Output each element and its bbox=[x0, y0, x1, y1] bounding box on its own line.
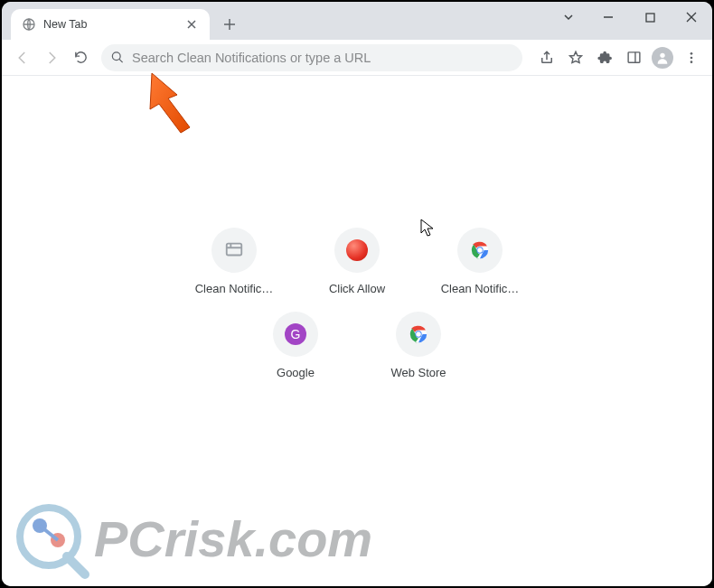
svg-rect-1 bbox=[646, 14, 654, 22]
svg-rect-3 bbox=[628, 52, 640, 62]
globe-icon bbox=[22, 17, 36, 32]
svg-point-6 bbox=[691, 56, 693, 59]
side-panel-button[interactable] bbox=[620, 44, 647, 71]
svg-point-16 bbox=[33, 518, 47, 533]
search-icon bbox=[110, 51, 125, 64]
chevron-down-icon bbox=[563, 12, 574, 23]
shortcut-icon bbox=[334, 228, 380, 273]
maximize-icon bbox=[645, 13, 655, 23]
red-dot-icon bbox=[346, 239, 368, 261]
window-minimize-button[interactable] bbox=[587, 4, 629, 31]
shortcut-icon bbox=[211, 228, 257, 273]
avatar-icon bbox=[652, 47, 673, 69]
browser-tab[interactable]: New Tab bbox=[11, 9, 210, 40]
titlebar: New Tab bbox=[2, 2, 712, 40]
arrow-right-icon bbox=[43, 50, 60, 66]
close-icon bbox=[686, 12, 697, 23]
svg-point-4 bbox=[660, 52, 664, 57]
close-icon bbox=[184, 20, 199, 29]
tab-title: New Tab bbox=[43, 18, 177, 31]
new-tab-page: Clean Notific… Click Allow Clean Notific… bbox=[2, 76, 712, 586]
svg-point-5 bbox=[691, 52, 693, 55]
shortcut-icon: G bbox=[273, 312, 318, 357]
address-bar[interactable]: Search Clean Notifications or type a URL bbox=[101, 44, 522, 71]
svg-point-17 bbox=[51, 533, 65, 547]
star-icon bbox=[568, 50, 584, 66]
tab-close-button[interactable] bbox=[184, 17, 199, 32]
shortcut-label: Clean Notific… bbox=[183, 282, 285, 295]
svg-line-19 bbox=[67, 556, 85, 574]
arrow-left-icon bbox=[14, 50, 31, 66]
shortcut-google[interactable]: G Google bbox=[245, 312, 346, 379]
shortcut-label: Clean Notific… bbox=[429, 282, 531, 295]
svg-point-11 bbox=[477, 247, 483, 253]
shortcut-click-allow[interactable]: Click Allow bbox=[306, 228, 408, 295]
extensions-button[interactable] bbox=[591, 44, 618, 71]
svg-rect-8 bbox=[227, 244, 242, 256]
puzzle-icon bbox=[597, 50, 613, 65]
svg-line-18 bbox=[40, 526, 58, 540]
menu-button[interactable] bbox=[678, 44, 705, 71]
shortcut-web-store[interactable]: Web Store bbox=[368, 312, 469, 379]
reload-icon bbox=[73, 50, 89, 65]
svg-point-14 bbox=[416, 331, 421, 337]
window-close-button[interactable] bbox=[671, 4, 712, 31]
plus-icon bbox=[223, 18, 236, 31]
svg-point-2 bbox=[112, 52, 120, 61]
chrome-icon bbox=[409, 324, 428, 344]
shortcut-label: Web Store bbox=[368, 366, 469, 379]
svg-point-7 bbox=[691, 61, 693, 63]
window-controls bbox=[555, 2, 712, 33]
share-icon bbox=[539, 50, 555, 66]
profile-button[interactable] bbox=[649, 44, 676, 71]
share-button[interactable] bbox=[533, 44, 560, 71]
svg-text:PCrisk.com: PCrisk.com bbox=[94, 510, 372, 567]
svg-point-15 bbox=[20, 508, 78, 565]
kebab-icon bbox=[684, 51, 699, 65]
tab-search-button[interactable] bbox=[555, 4, 582, 31]
shortcut-label: Click Allow bbox=[306, 282, 408, 295]
bookmark-button[interactable] bbox=[562, 44, 589, 71]
browser-window: New Tab bbox=[2, 2, 712, 586]
shortcut-icon bbox=[396, 312, 441, 357]
window-maximize-button[interactable] bbox=[629, 4, 671, 31]
minimize-icon bbox=[603, 12, 614, 23]
toolbar-right bbox=[533, 44, 705, 71]
watermark: PCrisk.com bbox=[13, 493, 392, 579]
shortcut-clean-notifications-2[interactable]: Clean Notific… bbox=[429, 228, 531, 295]
shortcut-icon bbox=[457, 228, 503, 273]
google-g-icon: G bbox=[285, 323, 306, 345]
shortcut-grid: Clean Notific… Click Allow Clean Notific… bbox=[158, 228, 556, 379]
shortcut-clean-notifications-1[interactable]: Clean Notific… bbox=[183, 228, 285, 295]
tool-icon bbox=[224, 240, 244, 260]
reload-button[interactable] bbox=[67, 44, 94, 71]
chrome-icon bbox=[470, 240, 490, 260]
new-tab-button[interactable] bbox=[217, 12, 242, 37]
address-bar-placeholder: Search Clean Notifications or type a URL bbox=[132, 51, 513, 65]
nav-back-button[interactable] bbox=[9, 44, 36, 71]
toolbar: Search Clean Notifications or type a URL bbox=[2, 40, 712, 76]
panel-icon bbox=[626, 50, 642, 65]
nav-forward-button[interactable] bbox=[38, 44, 65, 71]
shortcut-label: Google bbox=[245, 366, 346, 379]
